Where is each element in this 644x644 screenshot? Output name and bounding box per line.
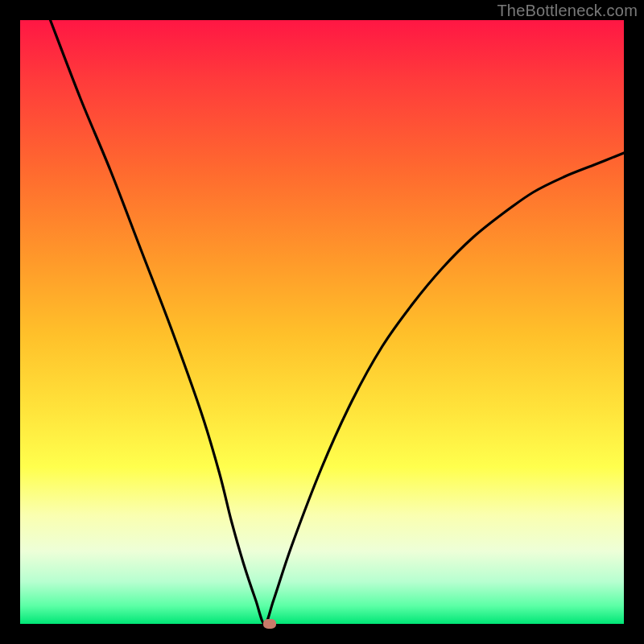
watermark-text: TheBottleneck.com [497, 2, 638, 20]
bottleneck-curve [51, 20, 625, 624]
plot-area [20, 20, 624, 624]
optimal-point-marker [263, 619, 276, 629]
curve-svg [20, 20, 624, 624]
chart-frame: TheBottleneck.com [0, 0, 644, 644]
